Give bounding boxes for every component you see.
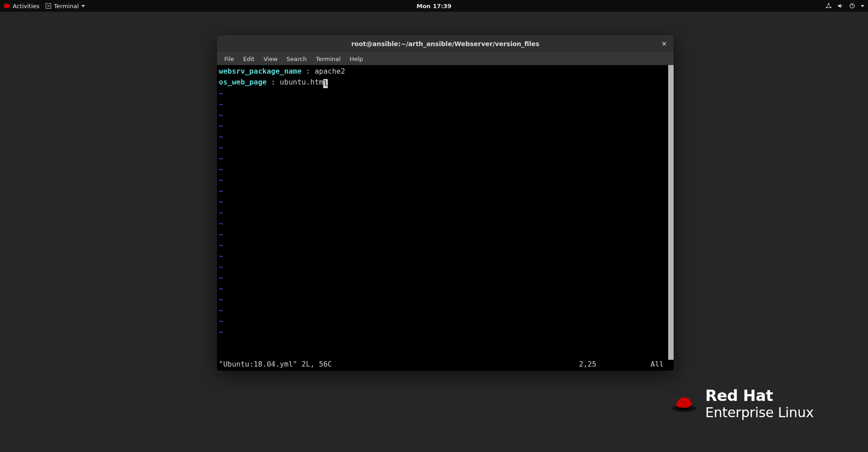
chevron-down-icon: [81, 5, 85, 7]
redhat-branding: Red Hat Enterprise Linux: [671, 386, 814, 420]
editor-content[interactable]: websrv_package_name : apache2os_web_page…: [217, 65, 668, 360]
terminal-window: root@ansible:~/arth_ansible/Webserver/ve…: [217, 35, 674, 371]
menu-file[interactable]: File: [221, 55, 238, 63]
terminal-icon: >: [46, 3, 51, 9]
gnome-topbar: Activities > Terminal Mon 17:39: [0, 0, 868, 12]
svg-rect-4: [852, 4, 852, 6]
window-title: root@ansible:~/arth_ansible/Webserver/ve…: [351, 40, 539, 47]
redhat-logo-icon: [4, 4, 10, 8]
brand-line1: Red Hat: [705, 386, 814, 405]
activities-button[interactable]: Activities: [4, 3, 39, 9]
activities-label: Activities: [13, 3, 39, 9]
redhat-hat-icon: [671, 394, 697, 413]
menubar: File Edit View Search Terminal Help: [217, 52, 674, 65]
power-icon[interactable]: [849, 3, 855, 9]
window-titlebar[interactable]: root@ansible:~/arth_ansible/Webserver/ve…: [217, 35, 674, 52]
brand-line2: Enterprise Linux: [705, 405, 814, 420]
status-cursor: 2,25: [579, 360, 651, 371]
current-app-label: Terminal: [54, 3, 79, 9]
clock-label[interactable]: Mon 17:39: [416, 3, 451, 9]
network-icon[interactable]: [826, 3, 832, 9]
menu-edit[interactable]: Edit: [240, 55, 258, 63]
status-file: "Ubuntu:18.04.yml" 2L, 56C: [219, 360, 332, 371]
terminal-body[interactable]: websrv_package_name : apache2os_web_page…: [217, 65, 674, 360]
current-app-menu[interactable]: > Terminal: [46, 3, 85, 9]
status-scroll: All: [651, 360, 672, 371]
vim-statusline: "Ubuntu:18.04.yml" 2L, 56C 2,25 All: [217, 360, 674, 371]
menu-help[interactable]: Help: [346, 55, 367, 63]
volume-icon[interactable]: [837, 3, 844, 9]
system-menu-chevron-icon[interactable]: [861, 5, 864, 7]
menu-view[interactable]: View: [260, 55, 281, 63]
window-close-button[interactable]: ✕: [659, 39, 669, 49]
menu-terminal[interactable]: Terminal: [312, 55, 344, 63]
menu-search[interactable]: Search: [283, 55, 311, 63]
terminal-scrollbar[interactable]: [668, 65, 674, 360]
